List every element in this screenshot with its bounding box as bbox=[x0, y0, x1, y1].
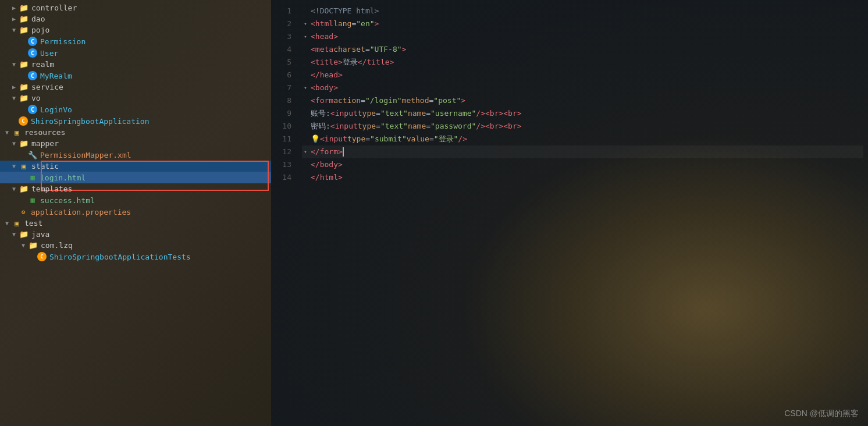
code-line: 💡<input type="submit" value="登录"/> bbox=[302, 133, 863, 145]
code-token: </title> bbox=[358, 56, 394, 69]
folder-icon: 📁 bbox=[19, 26, 29, 34]
code-token: <meta bbox=[311, 43, 333, 56]
folder-icon: 📁 bbox=[19, 4, 29, 12]
arrow-icon bbox=[9, 61, 19, 68]
sidebar-item-loginvo[interactable]: C LoginVo bbox=[0, 104, 271, 115]
line-numbers: 1234567891011121314 bbox=[271, 5, 297, 421]
code-token: <input bbox=[330, 120, 358, 133]
sidebar-item-label: PermissionMapper.xml bbox=[40, 151, 131, 159]
sidebar-item-test[interactable]: ▣ test bbox=[0, 218, 271, 229]
sidebar-item-resources[interactable]: ▣ resources bbox=[0, 127, 271, 138]
code-token: > bbox=[375, 17, 379, 30]
code-token: /> bbox=[458, 133, 467, 145]
code-line: ▾<head> bbox=[302, 30, 863, 43]
code-line: </head> bbox=[302, 69, 863, 81]
code-token: charset bbox=[333, 43, 365, 56]
sidebar-item-static[interactable]: ▣ static bbox=[0, 161, 271, 172]
fold-icon bbox=[302, 136, 309, 143]
sidebar-item-mapper[interactable]: 📁 mapper bbox=[0, 138, 271, 149]
fold-icon bbox=[302, 8, 309, 15]
code-token: <title> bbox=[311, 56, 343, 69]
code-token: <input bbox=[320, 133, 347, 145]
sidebar-item-label: com.lzq bbox=[41, 241, 73, 250]
code-token: /><br><br> bbox=[476, 120, 521, 133]
sidebar-item-controller[interactable]: 📁 controller bbox=[0, 2, 271, 13]
arrow-icon bbox=[2, 220, 12, 226]
sidebar-item-myrealm[interactable]: C MyRealm bbox=[0, 70, 271, 81]
arrow-icon bbox=[9, 84, 19, 90]
code-token: 密码: bbox=[311, 120, 330, 133]
code-token: <input bbox=[330, 107, 358, 120]
sidebar-item-label: realm bbox=[31, 60, 54, 69]
class-icon: C bbox=[28, 105, 37, 114]
fold-icon[interactable]: ▾ bbox=[302, 33, 309, 40]
code-token: = bbox=[426, 120, 431, 133]
sidebar-item-label: User bbox=[40, 49, 58, 58]
sidebar-item-label: static bbox=[31, 162, 59, 171]
sidebar-item-dao[interactable]: 📁 dao bbox=[0, 13, 271, 24]
sidebar-item-loginhtml[interactable]: ▦ login.html bbox=[0, 172, 271, 183]
sidebar-item-label: success.html bbox=[40, 196, 95, 205]
folder-icon: 📁 bbox=[19, 230, 29, 239]
code-token: "text" bbox=[380, 107, 408, 120]
folder-icon: 📁 bbox=[19, 83, 29, 91]
line-number: 9 bbox=[276, 107, 291, 120]
file-tree-sidebar: 📁 controller 📁 dao 📁 pojo C Permission C… bbox=[0, 0, 271, 426]
code-line: ▾</form> bbox=[302, 145, 863, 158]
sidebar-item-permission[interactable]: C Permission bbox=[0, 36, 271, 47]
code-line: ▾<html lang="en"> bbox=[302, 17, 863, 30]
line-number: 14 bbox=[276, 171, 291, 184]
sidebar-item-shiro-app[interactable]: C ShiroSpringbootApplication bbox=[0, 115, 271, 127]
code-token: /><br><br> bbox=[476, 107, 521, 120]
line-number: 11 bbox=[276, 133, 291, 145]
code-token: "post" bbox=[433, 94, 461, 107]
sidebar-item-label: Permission bbox=[40, 37, 86, 46]
sidebar-item-successhtml[interactable]: ▦ success.html bbox=[0, 194, 271, 206]
code-token: "登录" bbox=[434, 133, 458, 145]
fold-icon[interactable]: ▾ bbox=[302, 20, 309, 27]
sidebar-item-templates[interactable]: 📁 templates bbox=[0, 183, 271, 194]
code-area[interactable]: 1234567891011121314 <!DOCTYPE html>▾<htm… bbox=[271, 0, 868, 426]
fold-icon[interactable]: ▾ bbox=[302, 148, 309, 155]
code-token: value bbox=[407, 133, 429, 145]
arrow-icon bbox=[2, 129, 12, 136]
code-token: "password" bbox=[431, 120, 476, 133]
folder-icon: 📁 bbox=[28, 242, 38, 250]
code-token: 账号: bbox=[311, 107, 330, 120]
html-icon: ▦ bbox=[28, 173, 37, 182]
sidebar-item-permissionmapper[interactable]: 🔧 PermissionMapper.xml bbox=[0, 149, 271, 161]
arrow-icon bbox=[9, 140, 19, 147]
prop-icon: ⚙ bbox=[19, 207, 28, 216]
code-token: </form> bbox=[311, 145, 343, 158]
code-token: = bbox=[365, 133, 370, 145]
code-token: "submit" bbox=[370, 133, 407, 145]
sidebar-item-service[interactable]: 📁 service bbox=[0, 81, 271, 93]
class-icon: C bbox=[19, 116, 28, 126]
fold-icon[interactable]: ▾ bbox=[302, 84, 309, 91]
sidebar-item-label: java bbox=[31, 230, 49, 239]
sidebar-item-pojo[interactable]: 📁 pojo bbox=[0, 24, 271, 36]
code-line: 密码:<input type="text" name="password"/><… bbox=[302, 120, 863, 133]
fold-icon bbox=[302, 161, 309, 168]
sidebar-item-vo[interactable]: 📁 vo bbox=[0, 93, 271, 104]
fold-icon bbox=[302, 97, 309, 104]
sidebar-item-realm[interactable]: 📁 realm bbox=[0, 59, 271, 70]
line-number: 5 bbox=[276, 56, 291, 69]
code-token: = bbox=[351, 17, 356, 30]
class-icon: C bbox=[37, 252, 47, 261]
sidebar-item-shirotests[interactable]: C ShiroSpringbootApplicationTests bbox=[0, 251, 271, 262]
code-token: <body> bbox=[311, 81, 338, 94]
folder-icon: 📁 bbox=[19, 140, 29, 148]
line-number: 7 bbox=[276, 81, 291, 94]
arrow-icon bbox=[9, 16, 19, 22]
sidebar-item-label: ShiroSpringbootApplication bbox=[31, 117, 150, 126]
sidebar-item-comlzq[interactable]: 📁 com.lzq bbox=[0, 240, 271, 251]
sidebar-item-java[interactable]: 📁 java bbox=[0, 229, 271, 240]
sidebar-item-label: ShiroSpringbootApplicationTests bbox=[49, 253, 191, 261]
code-token: <html bbox=[311, 17, 333, 30]
sidebar-item-user[interactable]: C User bbox=[0, 47, 271, 59]
line-number: 2 bbox=[276, 17, 291, 30]
watermark: CSDN @低调的黑客 bbox=[784, 409, 859, 419]
sidebar-item-appprops[interactable]: ⚙ application.properties bbox=[0, 206, 271, 218]
code-token: = bbox=[429, 133, 434, 145]
